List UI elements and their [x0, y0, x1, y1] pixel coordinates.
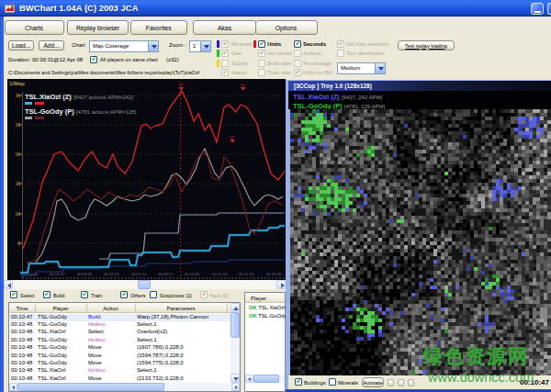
svg-text:00:08:57: 00:08:57: [158, 272, 174, 276]
svg-text:01: 01: [179, 83, 184, 87]
svg-text:02: 02: [231, 135, 235, 140]
svg-text:00:16:08: 00:16:08: [266, 272, 282, 276]
svg-text:00:10:45: 00:10:45: [185, 272, 200, 276]
svg-text:00:12:32: 00:12:32: [212, 272, 228, 276]
svg-text:00:14:20: 00:14:20: [239, 272, 254, 276]
svg-text:00:07:10: 00:07:10: [131, 272, 147, 276]
svg-text:00:00:00: 00:00:00: [23, 272, 39, 276]
svg-text:00:03:35: 00:03:35: [77, 272, 93, 276]
svg-text:00:05:23: 00:05:23: [104, 272, 119, 276]
svg-text:00:01:47: 00:01:47: [50, 272, 65, 276]
svg-text:01: 01: [241, 83, 245, 87]
